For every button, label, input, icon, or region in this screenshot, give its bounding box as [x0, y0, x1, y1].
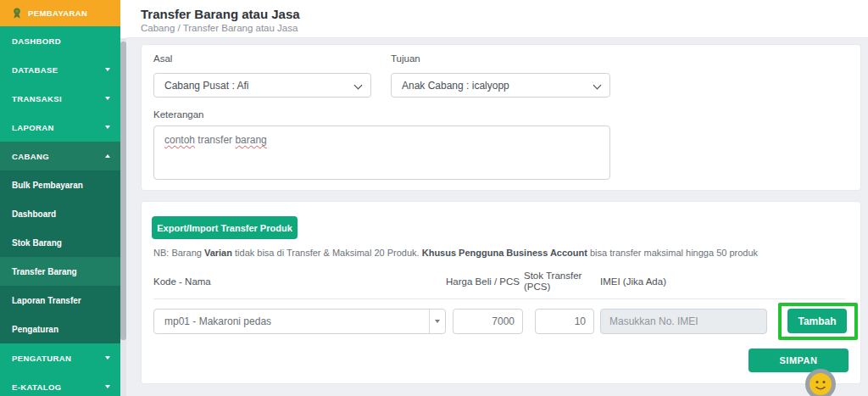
sidebar: PEMBAYARAN DASHBORD DATABASE TRANSAKSI L…: [0, 0, 120, 396]
tujuan-select-value: Anak Cabang : icalyopp: [402, 80, 509, 92]
submenu-item-dashboard[interactable]: Dashboard: [0, 199, 120, 228]
transfer-form-panel: Asal Cabang Pusat : Afi Tujuan Anak Caba…: [141, 44, 861, 191]
submenu-item-label: Bulk Pembayaran: [12, 181, 83, 190]
product-select-value: mp01 - Makaroni pedas: [164, 315, 271, 327]
keterangan-textarea[interactable]: contoh transfer barang: [153, 125, 610, 180]
chevron-down-icon: [105, 125, 110, 129]
sidebar-item-dashbord[interactable]: DASHBORD: [0, 26, 120, 55]
sidebar-scrollbar: [120, 0, 126, 396]
cabang-submenu: Bulk Pembayaran Dashboard Stok Barang Tr…: [0, 170, 120, 343]
product-select[interactable]: mp01 - Makaroni pedas: [153, 309, 446, 334]
tujuan-select[interactable]: Anak Cabang : icalyopp: [391, 73, 610, 98]
simpan-button[interactable]: SIMPAN: [748, 349, 849, 372]
harga-beli-input[interactable]: [453, 309, 523, 334]
divider: [153, 298, 845, 299]
chevron-down-icon: [435, 320, 440, 323]
submenu-item-label: Dashboard: [12, 209, 56, 219]
sidebar-item-label: E-KATALOG: [12, 382, 62, 392]
sidebar-item-cabang[interactable]: CABANG: [0, 142, 120, 170]
scrollbar-track[interactable]: [120, 38, 126, 396]
export-import-button[interactable]: Export/Import Transfer Produk: [152, 216, 298, 239]
asal-select[interactable]: Cabang Pusat : Afi: [153, 73, 371, 98]
page-header: Transfer Barang atau Jasa Cabang / Trans…: [126, 0, 868, 38]
sidebar-item-label: PENGATURAN: [12, 354, 71, 363]
asal-select-value: Cabang Pusat : Afi: [164, 80, 248, 92]
chevron-down-icon: [593, 81, 602, 90]
chevron-down-icon: [105, 97, 110, 100]
column-header-imei: IMEI (Jika Ada): [600, 276, 666, 287]
scrollbar-thumb[interactable]: [120, 42, 126, 340]
keterangan-text: barang: [235, 134, 266, 146]
submenu-item-transfer-barang[interactable]: Transfer Barang: [0, 257, 120, 286]
sidebar-item-laporan[interactable]: LAPORAN: [0, 113, 120, 142]
award-icon: [11, 7, 23, 20]
stok-transfer-input[interactable]: [535, 309, 594, 334]
tujuan-label: Tujuan: [391, 53, 420, 64]
chevron-down-icon: [105, 68, 110, 71]
keterangan-text: contoh: [164, 134, 195, 146]
submenu-item-stok-barang[interactable]: Stok Barang: [0, 228, 120, 257]
sidebar-item-label: CABANG: [12, 152, 49, 161]
sidebar-item-database[interactable]: DATABASE: [0, 55, 120, 84]
page-title: Transfer Barang atau Jasa: [141, 7, 300, 21]
submenu-item-label: Transfer Barang: [12, 267, 77, 276]
select-arrow-box[interactable]: [429, 310, 445, 333]
app-root: PEMBAYARAN DASHBORD DATABASE TRANSAKSI L…: [0, 0, 868, 396]
chevron-down-icon: [105, 356, 110, 360]
brand-label: PEMBAYARAN: [28, 8, 87, 18]
submenu-item-pengaturan[interactable]: Pengaturan: [0, 315, 120, 343]
column-header-stok-transfer: Stok Transfer(PCS): [524, 271, 585, 293]
imei-input[interactable]: [600, 309, 767, 334]
sidebar-item-label: DATABASE: [12, 65, 58, 75]
submenu-item-label: Pengaturan: [12, 325, 58, 334]
chevron-down-icon: [354, 81, 363, 90]
column-header-kode-nama: Kode - Nama: [153, 276, 211, 287]
sidebar-item-label: LAPORAN: [12, 123, 54, 132]
breadcrumb: Cabang / Transfer Barang atau Jasa: [141, 23, 298, 33]
submenu-item-label: Laporan Transfer: [12, 296, 81, 305]
transfer-products-panel: Export/Import Transfer Produk NB: Barang…: [141, 201, 861, 384]
smiley-icon: [810, 373, 832, 395]
sidebar-item-label: DASHBORD: [12, 36, 61, 46]
main-content: Transfer Barang atau Jasa Cabang / Trans…: [126, 0, 868, 396]
asal-label: Asal: [153, 53, 172, 64]
sidebar-item-transaksi[interactable]: TRANSAKSI: [0, 84, 120, 113]
tambah-button[interactable]: Tambah: [787, 309, 847, 333]
chevron-down-icon: [105, 385, 110, 388]
submenu-item-laporan-transfer[interactable]: Laporan Transfer: [0, 286, 120, 315]
chevron-up-icon: [105, 154, 110, 158]
submenu-item-label: Stok Barang: [12, 238, 62, 248]
sidebar-item-pengaturan[interactable]: PENGATURAN: [0, 343, 120, 372]
sidebar-brand[interactable]: PEMBAYARAN: [0, 0, 120, 26]
sidebar-item-label: TRANSAKSI: [12, 94, 62, 103]
note-text: NB: Barang Varian tidak bisa di Transfer…: [153, 248, 844, 258]
submenu-item-bulk-pembayaran[interactable]: Bulk Pembayaran: [0, 170, 120, 199]
feedback-smiley-button[interactable]: [805, 369, 836, 396]
keterangan-text: transfer: [195, 134, 235, 146]
column-header-harga-beli: Harga Beli / PCS: [425, 276, 520, 287]
keterangan-label: Keterangan: [153, 109, 203, 120]
sidebar-item-e-katalog[interactable]: E-KATALOG: [0, 372, 120, 396]
